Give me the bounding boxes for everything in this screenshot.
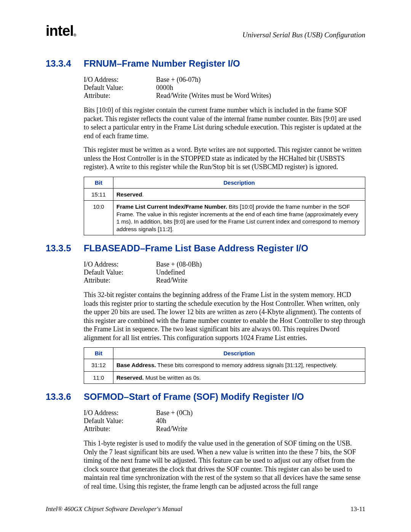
attr-label: Attribute: [84,92,156,100]
section-1-bit-table: Bit Description 15:11 Reserved. 10:0 Fra… [84,177,365,236]
bit-cell: 10:0 [84,201,113,235]
desc-text: These bits correspond to memory address … [156,362,337,368]
section-2-para-1: This 32-bit register contains the beginn… [84,291,365,342]
section-1-body: I/O Address:Base + (06-07h) Default Valu… [84,76,365,235]
desc-cell: Base Address. These bits correspond to m… [113,359,365,372]
attr-value: 0000h [156,84,271,92]
desc-bold: Reserved [116,191,142,198]
section-3-number: 13.3.6 [46,391,84,402]
section-1-para-2: This register must be written as a word.… [84,145,365,171]
section-1-attrs: I/O Address:Base + (06-07h) Default Valu… [84,76,271,100]
footer-left: Intel® 460GX Chipset Software Developer'… [46,505,182,513]
section-3-title: SOFMOD–Start of Frame (SOF) Modify Regis… [84,391,304,402]
section-2-bit-table: Bit Description 31:12 Base Address. Thes… [84,347,365,384]
attr-label: Default Value: [84,268,156,276]
section-3-header: 13.3.6 SOFMOD–Start of Frame (SOF) Modif… [46,391,365,402]
intel-logo: intel® [46,23,76,39]
section-2-header: 13.3.5 FLBASEADD–Frame List Base Address… [46,243,365,254]
th-bit: Bit [84,348,113,359]
desc-bold: Reserved. [116,374,144,381]
section-3-attrs: I/O Address:Base + (0Ch) Default Value:4… [84,409,193,433]
desc-bold: Frame List Current Index/Frame Number. [116,203,227,210]
th-description: Description [113,177,365,188]
logo-registered: ® [73,33,76,37]
section-2-title: FLBASEADD–Frame List Base Address Regist… [84,243,308,254]
page-header: intel® Universal Serial Bus (USB) Config… [46,23,365,39]
attr-value: Base + (06-07h) [156,76,271,84]
attr-label: Attribute: [84,425,156,433]
table-row: 15:11 Reserved. [84,188,365,201]
section-1-number: 13.3.4 [46,58,84,69]
attr-value: Undefined [156,268,202,276]
desc-bold: Base Address. [116,362,156,368]
attr-label: I/O Address: [84,409,156,417]
section-3-body: I/O Address:Base + (0Ch) Default Value:4… [84,409,365,490]
table-row: 31:12 Base Address. These bits correspon… [84,359,365,372]
attr-value: Read/Write [156,276,202,284]
attr-value: Base + (0Ch) [156,409,193,417]
attr-label: Attribute: [84,276,156,284]
logo-text: intel [46,23,73,39]
attr-label: Default Value: [84,84,156,92]
section-2-number: 13.3.5 [46,243,84,254]
desc-text: . [142,191,144,198]
section-1-title: FRNUM–Frame Number Register I/O [84,58,240,69]
attr-value: Read/Write [156,425,193,433]
attr-label: Default Value: [84,417,156,425]
table-row: 11:0 Reserved. Must be written as 0s. [84,371,365,384]
table-row: 10:0 Frame List Current Index/Frame Numb… [84,201,365,235]
bit-cell: 11:0 [84,371,113,384]
section-2-body: I/O Address:Base + (08-0Bh) Default Valu… [84,260,365,384]
section-1-para-1: Bits [10:0] of this register contain the… [84,106,365,140]
attr-value: Read/Write (Writes must be Word Writes) [156,92,271,100]
th-bit: Bit [84,177,113,188]
desc-cell: Reserved. [113,188,365,201]
desc-text: Must be written as 0s. [144,374,201,381]
page-number: 13-11 [350,505,365,513]
desc-cell: Reserved. Must be written as 0s. [113,371,365,384]
desc-cell: Frame List Current Index/Frame Number. B… [113,201,365,235]
page-footer: Intel® 460GX Chipset Software Developer'… [46,505,365,513]
th-description: Description [113,348,365,359]
attr-value: 40h [156,417,193,425]
section-2-attrs: I/O Address:Base + (08-0Bh) Default Valu… [84,260,202,284]
section-1-header: 13.3.4 FRNUM–Frame Number Register I/O [46,58,365,69]
bit-cell: 31:12 [84,359,113,372]
doc-section-title: Universal Serial Bus (USB) Configuration [242,31,365,39]
section-3-para-1: This 1-byte register is used to modify t… [84,439,365,490]
attr-value: Base + (08-0Bh) [156,260,202,268]
attr-label: I/O Address: [84,76,156,84]
attr-label: I/O Address: [84,260,156,268]
bit-cell: 15:11 [84,188,113,201]
